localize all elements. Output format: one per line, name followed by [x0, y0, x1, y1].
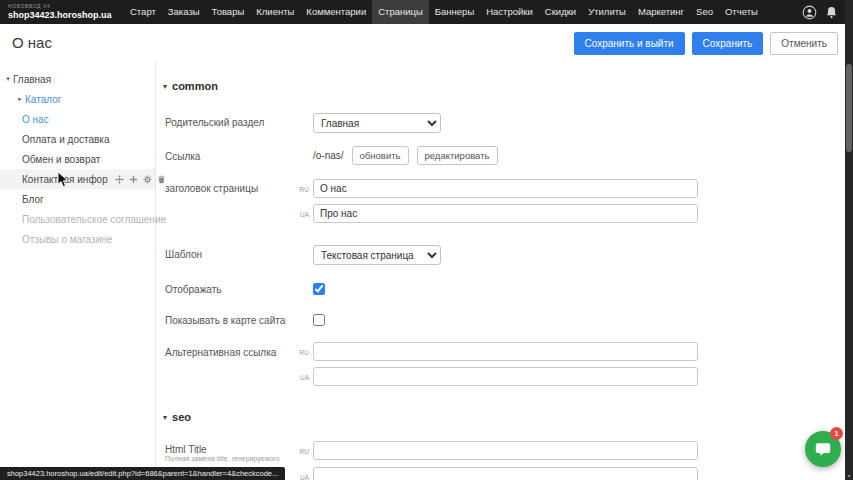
html-title-hint: Полная замена title, генерируемого [165, 455, 313, 464]
save-and-exit-button[interactable]: Сохранить и выйти [574, 32, 685, 55]
tree-item-actions [115, 175, 166, 184]
menu-item-discounts[interactable]: Скидки [539, 0, 582, 24]
lang-tag-ua: UA [293, 474, 309, 480]
section-title: seo [172, 411, 191, 423]
sidebar-item-label: Оплата и доставка [22, 134, 109, 145]
link-value: /o-nas/ [313, 150, 344, 161]
chat-widget-button[interactable]: 1 [805, 431, 841, 467]
menu-item-products[interactable]: Товары [206, 0, 251, 24]
sitemap-label: Показывать в карте сайта [165, 315, 307, 327]
sidebar-item-exchange-return[interactable]: Обмен и возврат [0, 149, 155, 169]
lang-tag-ru: RU [293, 186, 309, 193]
template-select[interactable]: Текстовая страница [313, 245, 441, 265]
sidebar-item-label: Отзывы о магазине [22, 234, 112, 245]
add-icon[interactable] [129, 175, 138, 184]
pages-tree-sidebar: ▾ Главная ▸ Каталог О нас Оплата и доста… [0, 62, 156, 480]
menu-item-utilities[interactable]: Утилиты [582, 0, 632, 24]
notifications-bell-icon[interactable] [824, 5, 839, 20]
sitemap-checkbox[interactable] [313, 314, 325, 326]
section-common-header[interactable]: ▾ common [163, 80, 218, 92]
chevron-down-icon: ▾ [163, 82, 167, 91]
template-label: Шаблон [165, 249, 307, 261]
lang-tag-ua: UA [293, 374, 309, 381]
browser-status-url: shop34423.horoshop.ua/edit/edit.php?id=6… [0, 467, 285, 480]
scrollbar-down-arrow[interactable]: ▾ [845, 472, 853, 479]
menu-item-reports[interactable]: Отчеты [719, 0, 764, 24]
chevron-down-icon: ▾ [163, 413, 167, 422]
link-label: Ссылка [165, 151, 307, 163]
page-title-ua-input[interactable] [313, 204, 698, 223]
brand-version-label: НОВОВВОД V4 [8, 4, 120, 9]
chevron-down-icon[interactable]: ▾ [3, 75, 13, 83]
top-menu: Старт Заказы Товары Клиенты Комментарии … [124, 0, 764, 24]
sidebar-item-about[interactable]: О нас [0, 109, 155, 129]
topbar: НОВОВВОД V4 shop34423.horoshop.ua Старт … [0, 0, 853, 24]
brand-logo[interactable]: НОВОВВОД V4 shop34423.horoshop.ua [8, 4, 120, 20]
sidebar-item-payment-delivery[interactable]: Оплата и доставка [0, 129, 155, 149]
sidebar-item-blog[interactable]: Блог [0, 189, 155, 209]
lang-tag-ua: UA [293, 211, 309, 218]
menu-item-pages[interactable]: Страницы [372, 0, 429, 24]
sidebar-item-user-agreement[interactable]: Пользовательское соглашение [0, 209, 155, 229]
sidebar-item-label: Главная [13, 74, 51, 85]
section-seo-header[interactable]: ▾ seo [163, 411, 191, 423]
header-actions: Сохранить и выйти Сохранить Отменить [574, 32, 839, 55]
link-refresh-button[interactable]: обновить [352, 146, 409, 165]
trash-icon[interactable] [157, 175, 166, 184]
sidebar-item-label: Пользовательское соглашение [22, 214, 166, 225]
alt-link-label: Альтернативная ссылка [165, 347, 307, 359]
menu-item-orders[interactable]: Заказы [162, 0, 206, 24]
chat-bubble-icon [814, 440, 832, 458]
parent-section-select[interactable]: Главная [313, 113, 441, 133]
scrollbar-thumb[interactable] [846, 64, 852, 152]
section-title: common [172, 80, 218, 92]
lang-tag-ru: RU [293, 349, 309, 356]
page-edit-form: ▾ common Родительский раздел Главная Ссы… [157, 62, 845, 480]
sidebar-item-contact-info[interactable]: Контактная инфор [0, 169, 155, 189]
menu-item-start[interactable]: Старт [124, 0, 162, 24]
page-header: О нас Сохранить и выйти Сохранить Отмени… [0, 24, 845, 62]
menu-item-marketing[interactable]: Маркетинг [632, 0, 690, 24]
display-checkbox[interactable] [313, 283, 325, 295]
page-title-ru-input[interactable] [313, 179, 698, 198]
page-title: О нас [12, 34, 52, 51]
parent-section-label: Родительский раздел [165, 117, 307, 129]
link-edit-button[interactable]: редактировать [417, 146, 498, 165]
sidebar-item-catalog[interactable]: ▸ Каталог [0, 89, 155, 109]
horoshop-admin-window: НОВОВВОД V4 shop34423.horoshop.ua Старт … [0, 0, 853, 480]
menu-item-banners[interactable]: Баннеры [429, 0, 480, 24]
brand-domain: shop34423.horoshop.ua [8, 11, 120, 20]
user-account-icon[interactable] [802, 5, 817, 20]
html-title-ru-input[interactable] [313, 441, 698, 460]
sidebar-item-label: Обмен и возврат [22, 154, 100, 165]
html-title-ua-input[interactable] [313, 467, 698, 480]
menu-item-seo[interactable]: Seo [690, 0, 719, 24]
sidebar-item-label: Блог [22, 194, 44, 205]
display-label: Отображать [165, 284, 307, 296]
lang-tag-ru: RU [293, 448, 309, 455]
sidebar-item-store-reviews[interactable]: Отзывы о магазине [0, 229, 155, 249]
link-row: /o-nas/ обновить редактировать [313, 146, 498, 165]
save-button[interactable]: Сохранить [692, 32, 764, 55]
topbar-icons [802, 5, 839, 20]
chevron-right-icon[interactable]: ▸ [15, 95, 25, 103]
sidebar-item-label: О нас [22, 114, 49, 125]
move-icon[interactable] [115, 175, 124, 184]
menu-item-settings[interactable]: Настройки [480, 0, 539, 24]
chat-unread-badge: 1 [830, 427, 843, 440]
menu-item-comments[interactable]: Комментарии [300, 0, 372, 24]
page-title-label: заголовок страницы [165, 183, 307, 195]
sidebar-item-label: Контактная инфор [22, 174, 108, 185]
sidebar-item-home[interactable]: ▾ Главная [0, 69, 155, 89]
menu-item-clients[interactable]: Клиенты [250, 0, 300, 24]
page-scrollbar[interactable]: ▾ [845, 0, 853, 480]
cancel-button[interactable]: Отменить [770, 32, 838, 55]
sidebar-item-label: Каталог [25, 94, 61, 105]
gear-icon[interactable] [143, 175, 152, 184]
alt-link-ua-input[interactable] [313, 367, 698, 386]
alt-link-ru-input[interactable] [313, 342, 698, 361]
